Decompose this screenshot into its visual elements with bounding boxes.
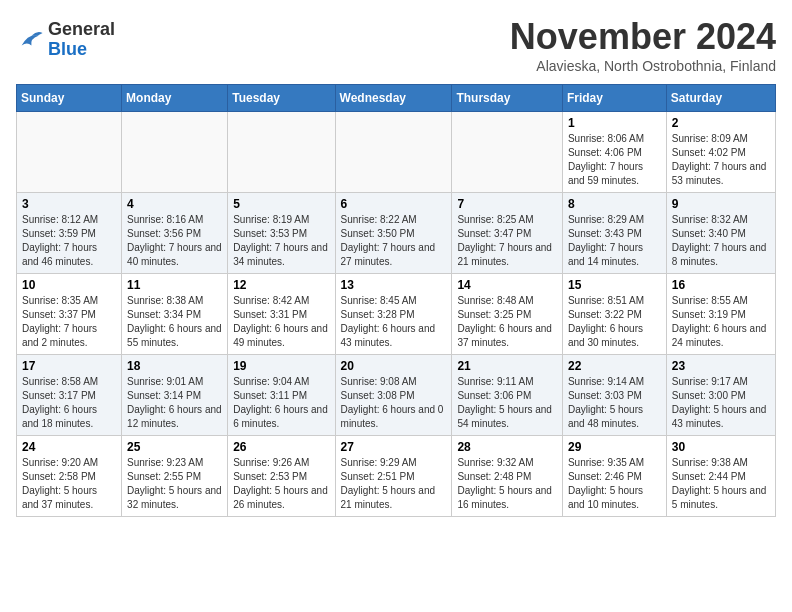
day-number: 21	[457, 359, 557, 373]
header-day-monday: Monday	[122, 85, 228, 112]
day-info: Sunrise: 9:20 AM Sunset: 2:58 PM Dayligh…	[22, 457, 98, 510]
calendar-cell: 1Sunrise: 8:06 AM Sunset: 4:06 PM Daylig…	[562, 112, 666, 193]
day-number: 2	[672, 116, 770, 130]
day-info: Sunrise: 8:38 AM Sunset: 3:34 PM Dayligh…	[127, 295, 222, 348]
day-info: Sunrise: 9:32 AM Sunset: 2:48 PM Dayligh…	[457, 457, 552, 510]
day-info: Sunrise: 9:17 AM Sunset: 3:00 PM Dayligh…	[672, 376, 767, 429]
day-info: Sunrise: 9:01 AM Sunset: 3:14 PM Dayligh…	[127, 376, 222, 429]
day-info: Sunrise: 9:38 AM Sunset: 2:44 PM Dayligh…	[672, 457, 767, 510]
day-number: 28	[457, 440, 557, 454]
day-number: 19	[233, 359, 329, 373]
calendar-cell: 29Sunrise: 9:35 AM Sunset: 2:46 PM Dayli…	[562, 436, 666, 517]
day-info: Sunrise: 9:14 AM Sunset: 3:03 PM Dayligh…	[568, 376, 644, 429]
header: General Blue November 2024 Alavieska, No…	[16, 16, 776, 74]
calendar-cell: 14Sunrise: 8:48 AM Sunset: 3:25 PM Dayli…	[452, 274, 563, 355]
calendar-cell: 30Sunrise: 9:38 AM Sunset: 2:44 PM Dayli…	[666, 436, 775, 517]
calendar-cell: 16Sunrise: 8:55 AM Sunset: 3:19 PM Dayli…	[666, 274, 775, 355]
week-row-1: 1Sunrise: 8:06 AM Sunset: 4:06 PM Daylig…	[17, 112, 776, 193]
calendar-cell	[335, 112, 452, 193]
day-number: 11	[127, 278, 222, 292]
day-info: Sunrise: 9:29 AM Sunset: 2:51 PM Dayligh…	[341, 457, 436, 510]
day-info: Sunrise: 8:35 AM Sunset: 3:37 PM Dayligh…	[22, 295, 98, 348]
week-row-3: 10Sunrise: 8:35 AM Sunset: 3:37 PM Dayli…	[17, 274, 776, 355]
calendar-body: 1Sunrise: 8:06 AM Sunset: 4:06 PM Daylig…	[17, 112, 776, 517]
calendar-cell: 12Sunrise: 8:42 AM Sunset: 3:31 PM Dayli…	[228, 274, 335, 355]
calendar-cell: 17Sunrise: 8:58 AM Sunset: 3:17 PM Dayli…	[17, 355, 122, 436]
calendar-cell: 11Sunrise: 8:38 AM Sunset: 3:34 PM Dayli…	[122, 274, 228, 355]
day-number: 6	[341, 197, 447, 211]
calendar-cell: 27Sunrise: 9:29 AM Sunset: 2:51 PM Dayli…	[335, 436, 452, 517]
day-number: 25	[127, 440, 222, 454]
day-info: Sunrise: 8:25 AM Sunset: 3:47 PM Dayligh…	[457, 214, 552, 267]
calendar-cell: 20Sunrise: 9:08 AM Sunset: 3:08 PM Dayli…	[335, 355, 452, 436]
day-info: Sunrise: 8:48 AM Sunset: 3:25 PM Dayligh…	[457, 295, 552, 348]
day-info: Sunrise: 8:12 AM Sunset: 3:59 PM Dayligh…	[22, 214, 98, 267]
day-info: Sunrise: 9:11 AM Sunset: 3:06 PM Dayligh…	[457, 376, 552, 429]
day-info: Sunrise: 9:35 AM Sunset: 2:46 PM Dayligh…	[568, 457, 644, 510]
day-info: Sunrise: 9:26 AM Sunset: 2:53 PM Dayligh…	[233, 457, 328, 510]
logo-blue: Blue	[48, 39, 87, 59]
calendar-cell: 4Sunrise: 8:16 AM Sunset: 3:56 PM Daylig…	[122, 193, 228, 274]
week-row-4: 17Sunrise: 8:58 AM Sunset: 3:17 PM Dayli…	[17, 355, 776, 436]
day-number: 12	[233, 278, 329, 292]
calendar-cell: 13Sunrise: 8:45 AM Sunset: 3:28 PM Dayli…	[335, 274, 452, 355]
calendar-cell: 24Sunrise: 9:20 AM Sunset: 2:58 PM Dayli…	[17, 436, 122, 517]
calendar-cell: 6Sunrise: 8:22 AM Sunset: 3:50 PM Daylig…	[335, 193, 452, 274]
logo: General Blue	[16, 20, 115, 60]
header-row: SundayMondayTuesdayWednesdayThursdayFrid…	[17, 85, 776, 112]
week-row-5: 24Sunrise: 9:20 AM Sunset: 2:58 PM Dayli…	[17, 436, 776, 517]
day-number: 23	[672, 359, 770, 373]
day-info: Sunrise: 8:19 AM Sunset: 3:53 PM Dayligh…	[233, 214, 328, 267]
day-number: 5	[233, 197, 329, 211]
day-number: 10	[22, 278, 116, 292]
header-day-sunday: Sunday	[17, 85, 122, 112]
calendar-cell: 22Sunrise: 9:14 AM Sunset: 3:03 PM Dayli…	[562, 355, 666, 436]
day-number: 8	[568, 197, 661, 211]
calendar-cell	[228, 112, 335, 193]
day-number: 9	[672, 197, 770, 211]
day-number: 22	[568, 359, 661, 373]
header-day-wednesday: Wednesday	[335, 85, 452, 112]
day-info: Sunrise: 8:45 AM Sunset: 3:28 PM Dayligh…	[341, 295, 436, 348]
location-subtitle: Alavieska, North Ostrobothnia, Finland	[510, 58, 776, 74]
day-info: Sunrise: 8:55 AM Sunset: 3:19 PM Dayligh…	[672, 295, 767, 348]
day-number: 14	[457, 278, 557, 292]
day-number: 26	[233, 440, 329, 454]
calendar-cell: 21Sunrise: 9:11 AM Sunset: 3:06 PM Dayli…	[452, 355, 563, 436]
header-day-tuesday: Tuesday	[228, 85, 335, 112]
day-number: 29	[568, 440, 661, 454]
calendar-header: SundayMondayTuesdayWednesdayThursdayFrid…	[17, 85, 776, 112]
day-number: 17	[22, 359, 116, 373]
day-info: Sunrise: 9:23 AM Sunset: 2:55 PM Dayligh…	[127, 457, 222, 510]
day-number: 30	[672, 440, 770, 454]
day-info: Sunrise: 8:06 AM Sunset: 4:06 PM Dayligh…	[568, 133, 644, 186]
title-section: November 2024 Alavieska, North Ostroboth…	[510, 16, 776, 74]
calendar-cell: 28Sunrise: 9:32 AM Sunset: 2:48 PM Dayli…	[452, 436, 563, 517]
calendar-cell: 9Sunrise: 8:32 AM Sunset: 3:40 PM Daylig…	[666, 193, 775, 274]
day-number: 24	[22, 440, 116, 454]
calendar-cell: 19Sunrise: 9:04 AM Sunset: 3:11 PM Dayli…	[228, 355, 335, 436]
calendar-cell: 7Sunrise: 8:25 AM Sunset: 3:47 PM Daylig…	[452, 193, 563, 274]
calendar-cell	[17, 112, 122, 193]
day-number: 7	[457, 197, 557, 211]
calendar-cell	[122, 112, 228, 193]
day-info: Sunrise: 9:08 AM Sunset: 3:08 PM Dayligh…	[341, 376, 444, 429]
calendar-cell: 2Sunrise: 8:09 AM Sunset: 4:02 PM Daylig…	[666, 112, 775, 193]
header-day-friday: Friday	[562, 85, 666, 112]
day-number: 3	[22, 197, 116, 211]
day-info: Sunrise: 8:22 AM Sunset: 3:50 PM Dayligh…	[341, 214, 436, 267]
day-info: Sunrise: 8:32 AM Sunset: 3:40 PM Dayligh…	[672, 214, 767, 267]
day-info: Sunrise: 8:09 AM Sunset: 4:02 PM Dayligh…	[672, 133, 767, 186]
calendar-table: SundayMondayTuesdayWednesdayThursdayFrid…	[16, 84, 776, 517]
day-info: Sunrise: 9:04 AM Sunset: 3:11 PM Dayligh…	[233, 376, 328, 429]
day-number: 13	[341, 278, 447, 292]
day-number: 1	[568, 116, 661, 130]
calendar-cell: 3Sunrise: 8:12 AM Sunset: 3:59 PM Daylig…	[17, 193, 122, 274]
calendar-cell: 5Sunrise: 8:19 AM Sunset: 3:53 PM Daylig…	[228, 193, 335, 274]
day-number: 27	[341, 440, 447, 454]
calendar-cell	[452, 112, 563, 193]
day-info: Sunrise: 8:58 AM Sunset: 3:17 PM Dayligh…	[22, 376, 98, 429]
month-title: November 2024	[510, 16, 776, 58]
header-day-saturday: Saturday	[666, 85, 775, 112]
day-number: 16	[672, 278, 770, 292]
